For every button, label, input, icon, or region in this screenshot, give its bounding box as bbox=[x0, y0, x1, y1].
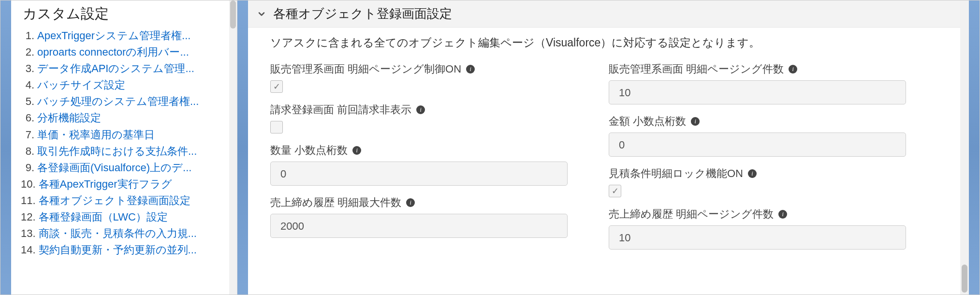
field-label-text: 金額 小数点桁数 bbox=[609, 114, 686, 129]
form-field: 金額 小数点桁数i0 bbox=[609, 114, 918, 157]
text-input[interactable]: 0 bbox=[609, 133, 906, 157]
field-label: 請求登録画面 前回請求非表示i bbox=[270, 103, 425, 117]
text-input[interactable]: 2000 bbox=[270, 214, 568, 238]
sidebar-item-link[interactable]: oproarts connectorの利用バー... bbox=[37, 44, 189, 60]
field-label-text: 販売管理系画面 明細ページング件数 bbox=[609, 62, 784, 76]
field-label: 金額 小数点桁数i bbox=[609, 114, 700, 129]
sidebar-item-number: 13. bbox=[21, 225, 36, 242]
sidebar-scrollbar[interactable] bbox=[229, 0, 237, 295]
section-title: 各種オブジェクト登録画面設定 bbox=[273, 5, 452, 22]
sidebar-item[interactable]: 8.取引先作成時における支払条件... bbox=[21, 143, 232, 160]
form-column-left: 販売管理系画面 明細ページング制御ONi請求登録画面 前回請求非表示i数量 小数… bbox=[270, 62, 580, 259]
sidebar-scrollbar-thumb[interactable] bbox=[230, 0, 236, 29]
sidebar-item-number: 6. bbox=[21, 110, 34, 126]
sidebar-item-number: 10. bbox=[21, 176, 36, 192]
sidebar-item-link[interactable]: 各登録画面(Visualforce)上のデ... bbox=[37, 160, 191, 176]
form-grid: 販売管理系画面 明細ページング制御ONi請求登録画面 前回請求非表示i数量 小数… bbox=[248, 54, 969, 259]
sidebar-item-link[interactable]: 分析機能設定 bbox=[37, 110, 101, 126]
field-label: 販売管理系画面 明細ページング件数i bbox=[609, 62, 797, 76]
info-icon[interactable]: i bbox=[406, 198, 415, 207]
sidebar-item[interactable]: 2.oproarts connectorの利用バー... bbox=[21, 44, 232, 60]
sidebar-item-link[interactable]: 単価・税率適用の基準日 bbox=[37, 127, 155, 143]
sidebar-item-link[interactable]: 各種オブジェクト登録画面設定 bbox=[39, 192, 190, 209]
info-icon[interactable]: i bbox=[691, 117, 700, 126]
main-scrollbar-thumb[interactable] bbox=[962, 265, 967, 293]
form-field: 売上締め履歴 明細最大件数i2000 bbox=[270, 195, 580, 238]
info-icon[interactable]: i bbox=[778, 210, 787, 219]
sidebar-item-number: 5. bbox=[21, 93, 34, 110]
sidebar-item[interactable]: 13.商談・販売・見積条件の入力規... bbox=[21, 225, 232, 242]
form-field: 販売管理系画面 明細ページング制御ONi bbox=[270, 62, 580, 93]
field-label: 見積条件明細ロック機能ONi bbox=[609, 166, 757, 181]
info-icon[interactable]: i bbox=[748, 169, 757, 178]
main-scrollbar[interactable] bbox=[960, 0, 969, 295]
left-decor-strip bbox=[0, 0, 11, 295]
field-label: 数量 小数点桁数i bbox=[270, 143, 361, 158]
info-icon[interactable]: i bbox=[416, 105, 425, 114]
field-label: 売上締め履歴 明細最大件数i bbox=[270, 195, 415, 210]
sidebar-title: カスタム設定 bbox=[21, 2, 232, 28]
sidebar-item[interactable]: 10.各種ApexTrigger実行フラグ bbox=[21, 176, 232, 192]
sidebar-item[interactable]: 5.バッチ処理のシステム管理者権... bbox=[21, 93, 232, 110]
sidebar-item[interactable]: 12.各種登録画面（LWC）設定 bbox=[21, 209, 232, 225]
field-label-text: 販売管理系画面 明細ページング制御ON bbox=[270, 62, 461, 76]
sidebar-item[interactable]: 14.契約自動更新・予約更新の並列... bbox=[21, 242, 232, 258]
section-header[interactable]: 各種オブジェクト登録画面設定 bbox=[248, 0, 969, 28]
sidebar-item[interactable]: 11.各種オブジェクト登録画面設定 bbox=[21, 192, 232, 209]
sidebar-item-number: 8. bbox=[21, 143, 34, 160]
sidebar-item-link[interactable]: 取引先作成時における支払条件... bbox=[37, 143, 197, 160]
form-column-right: 販売管理系画面 明細ページング件数i10金額 小数点桁数i0見積条件明細ロック機… bbox=[609, 62, 918, 259]
sidebar-item-number: 9. bbox=[21, 160, 34, 176]
sidebar: カスタム設定 1.ApexTriggerシステム管理者権...2.oproart… bbox=[11, 0, 237, 295]
form-field: 売上締め履歴 明細ページング件数i10 bbox=[609, 207, 918, 250]
text-input[interactable]: 10 bbox=[609, 80, 906, 104]
sidebar-list: 1.ApexTriggerシステム管理者権...2.oproarts conne… bbox=[21, 28, 232, 258]
checkbox-input[interactable] bbox=[270, 80, 283, 93]
sidebar-item-link[interactable]: 各種ApexTrigger実行フラグ bbox=[39, 176, 172, 192]
sidebar-item[interactable]: 1.ApexTriggerシステム管理者権... bbox=[21, 28, 232, 44]
mid-decor-strip bbox=[237, 0, 248, 295]
text-input[interactable]: 10 bbox=[609, 225, 906, 250]
field-label: 売上締め履歴 明細ページング件数i bbox=[609, 207, 787, 221]
sidebar-item-number: 4. bbox=[21, 77, 34, 93]
info-icon[interactable]: i bbox=[789, 65, 797, 74]
text-input[interactable]: 0 bbox=[270, 162, 568, 186]
sidebar-item-link[interactable]: 商談・販売・見積条件の入力規... bbox=[39, 225, 197, 242]
right-decor-strip bbox=[969, 0, 980, 295]
sidebar-item-link[interactable]: バッチ処理のシステム管理者権... bbox=[37, 93, 199, 110]
sidebar-item-number: 3. bbox=[21, 60, 34, 77]
form-field: 見積条件明細ロック機能ONi bbox=[609, 166, 918, 197]
sidebar-item[interactable]: 9.各登録画面(Visualforce)上のデ... bbox=[21, 160, 232, 176]
sidebar-item-number: 1. bbox=[21, 28, 34, 44]
main-panel: 各種オブジェクト登録画面設定 ソアスクに含まれる全てのオブジェクト編集ページ（V… bbox=[248, 0, 969, 295]
sidebar-item-number: 12. bbox=[21, 209, 36, 225]
field-label-text: 数量 小数点桁数 bbox=[270, 143, 348, 158]
sidebar-item-link[interactable]: 各種登録画面（LWC）設定 bbox=[39, 209, 168, 225]
field-label: 販売管理系画面 明細ページング制御ONi bbox=[270, 62, 475, 76]
sidebar-item-link[interactable]: データ作成APIのシステム管理... bbox=[37, 60, 194, 77]
checkbox-input[interactable] bbox=[609, 185, 621, 197]
field-label-text: 売上締め履歴 明細ページング件数 bbox=[609, 207, 774, 221]
section-description: ソアスクに含まれる全てのオブジェクト編集ページ（Visualforce）に対応す… bbox=[248, 28, 969, 54]
form-field: 請求登録画面 前回請求非表示i bbox=[270, 103, 580, 133]
field-label-text: 見積条件明細ロック機能ON bbox=[609, 166, 743, 181]
chevron-down-icon[interactable] bbox=[257, 9, 266, 19]
form-field: 数量 小数点桁数i0 bbox=[270, 143, 580, 186]
sidebar-item-number: 7. bbox=[21, 127, 34, 143]
sidebar-item-link[interactable]: 契約自動更新・予約更新の並列... bbox=[39, 242, 197, 258]
sidebar-item-link[interactable]: ApexTriggerシステム管理者権... bbox=[37, 28, 190, 44]
sidebar-item[interactable]: 4.バッチサイズ設定 bbox=[21, 77, 232, 93]
info-icon[interactable]: i bbox=[352, 146, 361, 155]
sidebar-item-number: 2. bbox=[21, 44, 34, 60]
sidebar-item[interactable]: 6.分析機能設定 bbox=[21, 110, 232, 126]
checkbox-input[interactable] bbox=[270, 121, 283, 133]
form-field: 販売管理系画面 明細ページング件数i10 bbox=[609, 62, 918, 104]
sidebar-item-number: 14. bbox=[21, 242, 36, 258]
sidebar-item-link[interactable]: バッチサイズ設定 bbox=[37, 77, 125, 93]
field-label-text: 売上締め履歴 明細最大件数 bbox=[270, 195, 401, 210]
field-label-text: 請求登録画面 前回請求非表示 bbox=[270, 103, 411, 117]
sidebar-item-number: 11. bbox=[21, 192, 36, 209]
sidebar-item[interactable]: 3.データ作成APIのシステム管理... bbox=[21, 60, 232, 77]
sidebar-item[interactable]: 7.単価・税率適用の基準日 bbox=[21, 127, 232, 143]
info-icon[interactable]: i bbox=[466, 65, 475, 74]
